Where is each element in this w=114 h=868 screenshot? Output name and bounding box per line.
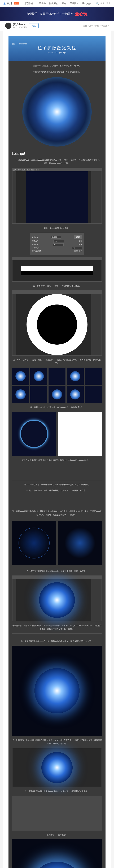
- step-10-text: 六、接下来回到我们背景图层深——片。重复以上步骤一至四，如下图。: [12, 569, 102, 573]
- nav-articles[interactable]: 文章经验: [37, 2, 46, 5]
- glow-preview-1: [39, 582, 75, 618]
- hot-badge: HOT: [14, 2, 19, 4]
- twirl-stage-2: [58, 521, 102, 565]
- transform-bar-shot: [12, 633, 102, 637]
- layer-style-dialog: [12, 796, 102, 831]
- ps-menu-filter: 滤镜: [31, 169, 35, 171]
- thumb-4: [67, 368, 84, 385]
- polar-thumb-1: [12, 412, 56, 456]
- thumb-2: [30, 368, 47, 385]
- final-effect-preview: [22, 77, 92, 147]
- banner-deco-left: ✦: [23, 13, 25, 15]
- glow-outer: [32, 862, 82, 868]
- intro-text-1: 重点来来（敲黑板）其实这一—从零开始做出以下效果。: [12, 64, 102, 67]
- dlg-ok-button: 确定: [74, 235, 82, 239]
- glow-stage-merged: [12, 646, 102, 736]
- ps-tools-4: [12, 579, 16, 621]
- polar-row: [12, 412, 102, 456]
- breadcrumb[interactable]: 首页 > 文章 > 教程 > 平面设计: [83, 25, 109, 27]
- thumb-3: [48, 368, 66, 385]
- glow-merged: [35, 668, 79, 713]
- ps-menubar-3: [12, 291, 102, 294]
- top-actions: 🔍 登录 注册: [96, 2, 111, 5]
- ps-screenshot-4: [12, 576, 102, 621]
- ps-tools-panel: [12, 172, 16, 223]
- ps-tools-3: [12, 294, 16, 355]
- ps-layers-panel: [91, 172, 102, 223]
- banner-highlight: 全心玩: [75, 11, 87, 17]
- ps-canvas-1: [12, 172, 102, 223]
- dlg-height-input: [53, 243, 64, 246]
- nav-assets[interactable]: 素材: [62, 2, 66, 5]
- article-content: 教程——by Silence 粒子扩散散光教程 Particle diverge…: [3, 31, 111, 868]
- nav-original[interactable]: 原创作品: [25, 2, 33, 5]
- step-15-text: 添加图框——正常叠加。: [12, 833, 102, 837]
- ps-menu-edit: 编辑: [18, 169, 21, 171]
- author-level: LV11: [13, 26, 17, 28]
- step-5-text: 四、选择滤镜扭曲，打开方式：窗口——动作，新建动作录框。: [12, 406, 102, 409]
- search-icon[interactable]: 🔍: [96, 2, 99, 5]
- twirl-row: [12, 519, 102, 567]
- step-14-text: 九、让让我把颜色圆也也正常——外发光，效果如下。（图层样式式数参考）: [12, 790, 102, 793]
- step-7-text: 好——序保存执行 Ctrl+T自由变换，在角度数值框里里填入1度，回车键确认。: [12, 483, 102, 487]
- nav-app[interactable]: 手机app: [82, 2, 90, 5]
- author-name[interactable]: 莫_Silence: [13, 23, 27, 26]
- ps-menu-file: 文件: [13, 169, 16, 171]
- step-1-text: 一、新建950*950，设置上#050815背景色并填充，开始一个新图，新建立一…: [12, 158, 102, 165]
- dlg-res-input: [72, 247, 82, 249]
- thumb-9: [67, 386, 84, 403]
- ps-screenshot-3: [12, 290, 102, 355]
- step-13-text: 八、用椭圆形状工具，画出与黑色色相近的颜来，（大图图也在下方了），根据图层新建，…: [12, 739, 102, 745]
- step-6-text: 点击开始记录按钮（记录后按钮呈红色高亮）然后执行滤镜——扭曲——旋转扭曲。: [12, 459, 102, 462]
- nav-views[interactable]: 酷友观点: [49, 2, 59, 5]
- dlg-name-label: 名称(N):: [32, 236, 38, 239]
- thumb-6: [12, 386, 29, 403]
- follow-button[interactable]: 关注: [29, 23, 39, 28]
- thumb-7: [30, 386, 47, 403]
- promo-banner[interactable]: ✦ 超级快手！5 款干货教程学！一触即发 全心玩 ✦: [0, 7, 114, 21]
- ps-menubar: 文件 编辑 图像 图层 滤镜 窗口: [12, 168, 102, 172]
- dlg-mode-label: 颜色模式(M):: [32, 250, 42, 252]
- dlg-name-input: [51, 236, 61, 239]
- thumb-1: [12, 368, 29, 385]
- nav-images[interactable]: 正版图片: [70, 2, 79, 5]
- site-logo[interactable]: Z: [3, 1, 5, 5]
- white-canvas: [21, 266, 92, 275]
- ps-screenshot-2: [12, 257, 102, 282]
- step-8-text: 然后点击停止按钮，停止动作录每录制。选择其其——序保保，对目录。: [12, 489, 102, 492]
- ps-canvas-2: [12, 260, 102, 281]
- ps-screenshot-1: 文件 编辑 图像 图层 滤镜 窗口: [12, 168, 102, 224]
- ps-canvas-4: [12, 579, 102, 621]
- ps-menubar-4: [12, 576, 102, 579]
- tutorial-header: 教程——by Silence 粒子扩散散光教程 Particle diverge…: [8, 36, 106, 61]
- actions-panel-shot-2: [12, 495, 102, 507]
- dlg-mode-value: RGB 颜色: [75, 250, 82, 252]
- header-byline: 教程——by Silence: [12, 43, 102, 45]
- register-link[interactable]: 注册: [106, 2, 111, 5]
- dlg-res-label: 分辨率(R):: [32, 247, 40, 249]
- banner-text: 超级快手！5 款干货教程学！一触即发: [27, 12, 73, 16]
- step-2-text: 新建一个——高30~50px空间。: [12, 226, 102, 230]
- polar-thumb-2: [58, 412, 102, 456]
- author-avatar[interactable]: [5, 23, 11, 29]
- banner-deco-right: ✦: [89, 13, 91, 15]
- thumb-8: [48, 386, 66, 403]
- top-bar: Z 设计 HOT 原创作品 文章经验 酷友观点 素材 正版图片 手机app 🔍 …: [0, 0, 114, 7]
- lets-go-label: Let's go!: [12, 152, 102, 156]
- ps-sidebar-3: [91, 294, 102, 355]
- login-link[interactable]: 登录: [101, 2, 105, 5]
- dlg-unit-2: 像素: [79, 243, 82, 246]
- dark-canvas: [26, 172, 88, 223]
- step-4-text: 三、Ctrl+T，执行——滤镜，调整——改变形状——黑色，得到图三的效果。（因为…: [12, 358, 102, 365]
- glow-stage-outer: [12, 839, 102, 868]
- ps-sidebar-4: [91, 579, 102, 621]
- tutorial-title: 粒子扩散散光教程: [12, 45, 102, 51]
- main-nav: 原创作品 文章经验 酷友观点 素材 正版图片 手机app: [25, 2, 90, 5]
- ps-menubar-2: [12, 257, 102, 260]
- ps-canvas-3: [12, 294, 102, 355]
- thumb-10: [85, 386, 102, 403]
- dlg-unit-1: 像素: [79, 240, 82, 243]
- step-3-text: 二、对图层执行 滤镜——素描——半调图案，得到图二。: [12, 284, 102, 288]
- logo-area: Z 设计 HOT: [3, 1, 19, 5]
- thumb-5: [85, 368, 102, 385]
